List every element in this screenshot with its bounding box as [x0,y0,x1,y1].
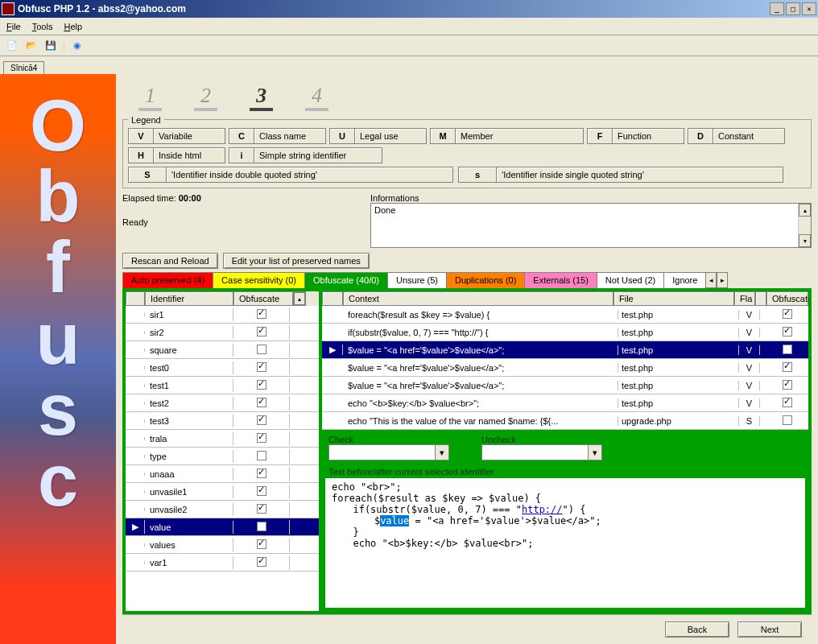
step-1[interactable]: 1 [138,84,162,111]
legend-code: C [229,128,254,144]
identifier-row[interactable]: test3 [126,412,319,430]
legend-code: V [128,128,154,144]
context-row[interactable]: echo "This is the value of the var named… [322,412,808,430]
tab-white[interactable]: Ignore [663,272,706,288]
uncheck-combo[interactable] [481,444,602,460]
next-button[interactable]: Next [737,621,802,638]
info-textbox: Done ▴▾ [370,203,812,248]
menu-tools[interactable]: Tools [32,22,53,31]
identifier-row[interactable]: var1 [126,554,319,572]
tab-white[interactable]: Unsure (5) [387,272,447,288]
edit-preserved-button[interactable]: Edit your list of preserved names [223,253,370,269]
legend-fieldset: Legend VVariabileCClass nameULegal useMM… [122,119,812,188]
scrollbar[interactable]: ▴▾ [798,204,811,247]
save-icon[interactable]: 💾 [43,39,58,53]
close-button[interactable]: ✕ [802,2,816,15]
col-file[interactable]: File [614,291,734,306]
rescan-button[interactable]: Rescan and Reload [122,253,218,269]
back-button[interactable]: Back [665,621,729,638]
legend-code: U [329,128,355,144]
identifier-grid: Identifier Obfuscate ▴ sir1sir2squaretes… [126,291,319,611]
legend-desc-s: 'Identifier inside single quoted string' [496,167,783,183]
legend-code: i [229,147,254,163]
status-text: Ready [122,217,364,227]
tab-red[interactable]: Auto preserved (4) [122,272,213,288]
window-title: Obfusc PHP 1.2 - abss2@yahoo.com [18,3,768,14]
legend-desc: Inside html [153,147,225,163]
check-combo[interactable] [328,444,449,460]
tab-orange[interactable]: Duplications (0) [446,272,525,288]
legend-desc: Function [612,128,684,144]
context-row[interactable]: foreach($result as $key => $value) {test… [322,306,808,324]
context-row[interactable]: ▶$value = "<a href='$value'>$value</a>";… [322,341,808,359]
open-icon[interactable]: 📂 [24,39,39,53]
identifier-row[interactable]: type [126,448,319,465]
col-obf2[interactable]: Obfuscate [766,291,808,306]
tab-yellow[interactable]: Case sensitivity (0) [213,272,305,288]
identifier-row[interactable]: square [126,341,319,359]
step-4[interactable]: 4 [305,84,328,111]
source-preview[interactable]: echo "<br>";foreach($result as $key => $… [325,478,805,608]
menubar: File Tools Help [0,18,818,35]
legend-desc: Legal use [354,128,427,144]
identifier-row[interactable]: unaaa [126,465,319,483]
tab-scroll[interactable]: ◂ [705,272,717,288]
col-context[interactable]: Context [343,291,614,306]
menu-file[interactable]: File [6,22,21,31]
col-flag[interactable]: Fla [734,291,755,306]
tab-pink[interactable]: Externals (15) [524,272,597,288]
legend-code: D [688,128,713,144]
check-controls: Check Uncheck [322,431,808,464]
context-row[interactable]: if(substr($value, 0, 7) === "http://") {… [322,324,808,341]
identifier-row[interactable]: values [126,536,319,554]
maximize-button[interactable]: □ [786,2,800,15]
app-icon [2,2,14,15]
check-label: Check [328,435,353,444]
tab-white[interactable]: Not Used (2) [597,272,664,288]
elapsed-label: Elapsed time: [122,193,176,203]
doc-tab[interactable]: Sînică4 [3,61,44,74]
col-identifier[interactable]: Identifier [145,291,233,306]
document-tabs: Sînică4 [0,56,818,74]
context-row[interactable]: echo "<b>$key:</b> $value<br>";test.phpV [322,394,808,412]
menu-help[interactable]: Help [64,22,82,31]
identifier-row[interactable]: test1 [126,377,319,394]
context-row[interactable]: $value = "<a href='$value'>$value</a>";t… [322,377,808,394]
step-2[interactable]: 2 [194,84,217,111]
legend-desc: Simple string identifier [254,147,382,163]
identifier-row[interactable]: sir1 [126,306,319,324]
identifier-row[interactable]: test2 [126,394,319,412]
identifier-row[interactable]: trala [126,430,319,448]
category-tabs: Auto preserved (4)Case sensitivity (0)Ob… [122,272,812,288]
identifier-row[interactable]: ▶value [126,518,319,536]
step-3[interactable]: 3 [250,84,273,111]
tab-scroll[interactable]: ▸ [717,272,728,288]
source-label: Text before/after current selected ident… [322,465,808,478]
titlebar: Obfusc PHP 1.2 - abss2@yahoo.com _ □ ✕ [0,0,818,18]
identifier-row[interactable]: unvasile2 [126,501,319,518]
legend-code: F [587,128,613,144]
legend-code: M [430,128,456,144]
info-label: Informations [370,193,419,203]
elapsed-value: 00:00 [179,193,201,203]
new-icon[interactable]: 📄 [5,39,19,53]
legend-desc: Class name [254,128,326,144]
context-row[interactable]: $value = "<a href='$value'>$value</a>";t… [322,359,808,377]
legend-desc: Member [455,128,584,144]
col-obfuscate[interactable]: Obfuscate [233,291,293,306]
sidebar-logo: Obf usc [0,74,116,644]
identifier-row[interactable]: test0 [126,359,319,377]
legend-desc: Constant [713,128,785,144]
identifier-row[interactable]: unvasile1 [126,483,319,501]
legend-code-s: s [458,167,497,183]
legend-code-S: S [128,167,167,183]
tab-green[interactable]: Obfuscate (40/0) [304,272,388,288]
help-icon[interactable]: ◉ [70,39,85,53]
context-grid: Context File Fla Obfuscate foreach($resu… [322,291,808,430]
legend-desc: Variabile [153,128,225,144]
minimize-button[interactable]: _ [770,2,784,15]
identifier-row[interactable]: sir2 [126,324,319,341]
uncheck-label: Uncheck [481,435,516,444]
legend-code: H [128,147,154,163]
legend-desc-S: 'Identifier inside double quoted string' [166,167,453,183]
